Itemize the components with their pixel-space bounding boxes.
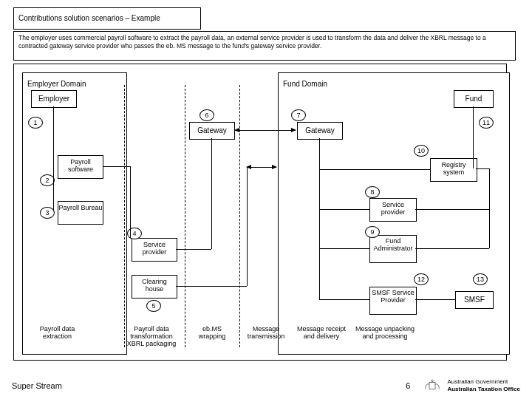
connector-line — [176, 286, 247, 287]
connector-line — [211, 138, 212, 249]
connector-line — [130, 166, 131, 238]
gov-logo: Australian Government Australian Taxatio… — [422, 378, 520, 393]
connector-line — [319, 299, 369, 300]
step-5: 5 — [146, 300, 161, 312]
connector-line — [319, 138, 320, 299]
connector-line — [319, 169, 430, 170]
connector-line — [473, 106, 474, 168]
page-title: Contributions solution scenarios – Examp… — [18, 14, 160, 22]
connector-line — [103, 166, 130, 167]
footer-left: Super Stream — [12, 381, 62, 390]
step-11: 11 — [479, 117, 494, 129]
smsf-service-provider-node: SMSF Service Provider — [369, 287, 417, 315]
arrow-gateways — [235, 130, 296, 131]
gov-line1: Australian Government — [447, 378, 520, 386]
step-4: 4 — [127, 228, 142, 239]
caption-1: Payroll data extraction — [30, 325, 85, 340]
divider-1 — [124, 85, 125, 347]
fund-administrator-label: Fund Administrator — [370, 236, 416, 252]
service-provider-left-label: Service provider — [132, 239, 177, 256]
smsf-label: SMSF — [464, 296, 485, 304]
arrow-mid — [247, 167, 276, 168]
employer-label: Employer — [38, 95, 69, 103]
gateway-right-label: Gateway — [305, 126, 334, 134]
step-13: 13 — [473, 273, 488, 285]
step-6: 6 — [200, 109, 214, 121]
divider-2 — [185, 85, 185, 347]
clearing-house-label: Clearing house — [132, 276, 177, 293]
connector-line — [415, 299, 455, 300]
registry-system-label: Registry system — [431, 159, 477, 176]
description-text: The employer uses commercial payroll sof… — [18, 34, 511, 50]
step-8: 8 — [365, 186, 380, 198]
connector-line — [319, 209, 369, 210]
payroll-bureau-label: Payroll Bureau — [58, 202, 103, 211]
footer: Super Stream 6 Australian Government Aus… — [12, 378, 520, 393]
service-provider-right-node: Service provider — [369, 198, 417, 222]
gateway-left-label: Gateway — [197, 126, 226, 134]
step-2: 2 — [40, 174, 55, 186]
service-provider-left-node: Service provider — [132, 238, 177, 262]
step-7: 7 — [291, 109, 306, 121]
step-12: 12 — [414, 273, 429, 285]
connector-line — [53, 106, 54, 210]
employer-domain-label: Employer Domain — [27, 80, 86, 88]
step-1: 1 — [28, 117, 43, 129]
connector-line — [319, 248, 369, 249]
caption-6: Message unpacking and processing — [355, 325, 415, 340]
connector-line — [176, 249, 211, 250]
connector-line — [489, 168, 490, 248]
payroll-bureau-node: Payroll Bureau — [58, 201, 103, 225]
caption-4: Message transmission — [241, 325, 291, 340]
fund-node: Fund — [454, 90, 494, 108]
caption-2: Payroll data transformation XBRL packagi… — [121, 325, 182, 347]
svg-point-1 — [432, 380, 434, 382]
fund-administrator-node: Fund Administrator — [369, 235, 417, 263]
coat-of-arms-icon — [422, 378, 443, 393]
smsf-node: SMSF — [455, 291, 494, 309]
connector-line — [415, 248, 489, 249]
svg-rect-0 — [429, 382, 435, 389]
payroll-software-node: Payroll software — [58, 155, 103, 179]
service-provider-right-label: Service provider — [370, 199, 416, 216]
smsf-service-provider-label: SMSF Service Provider — [370, 287, 416, 304]
step-9: 9 — [365, 226, 380, 238]
fund-domain-label: Fund Domain — [283, 80, 327, 88]
title-box: Contributions solution scenarios – Examp… — [13, 7, 201, 30]
gateway-left-node: Gateway — [189, 122, 235, 140]
step-10: 10 — [414, 145, 429, 157]
gateway-right-node: Gateway — [297, 122, 343, 140]
caption-5: Message receipt and delivery — [296, 325, 347, 340]
registry-system-node: Registry system — [430, 158, 477, 182]
footer-page: 6 — [406, 381, 410, 390]
connector-line — [247, 167, 248, 286]
step-3: 3 — [40, 207, 55, 219]
employer-node: Employer — [31, 90, 77, 108]
gov-line2: Australian Taxation Office — [447, 386, 520, 393]
divider-3 — [239, 85, 240, 347]
connector-line — [415, 209, 489, 210]
payroll-software-label: Payroll software — [58, 156, 103, 173]
clearing-house-node: Clearing house — [132, 275, 177, 299]
fund-label: Fund — [466, 95, 482, 103]
caption-3: eb.MS wrapping — [189, 325, 235, 340]
description-box: The employer uses commercial payroll sof… — [13, 31, 516, 61]
connector-line — [476, 168, 489, 169]
